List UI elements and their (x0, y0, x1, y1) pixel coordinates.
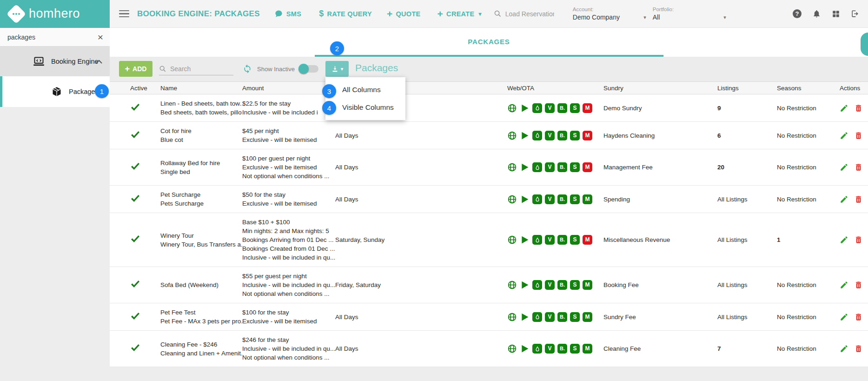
menu-hamburger-icon[interactable] (119, 8, 129, 20)
add-button[interactable]: + ADD (119, 61, 152, 77)
edit-pencil-icon[interactable] (840, 344, 848, 353)
sidebar-search-input[interactable] (7, 33, 98, 41)
nav-create[interactable]: + CREATE ▾ (437, 9, 482, 19)
edit-pencil-icon[interactable] (840, 281, 848, 289)
play-icon (520, 235, 530, 245)
nav-quote[interactable]: + QUOTE (387, 9, 421, 19)
play-icon (520, 280, 530, 290)
amount-line: Exclusive - will be itemised (242, 199, 335, 208)
web-ota-cell: VB.SM (507, 312, 603, 322)
play-icon (520, 103, 530, 113)
portfolio-select[interactable]: Portfolio: All▾ (653, 7, 726, 21)
packages-heading: Packages (355, 62, 398, 74)
amount-line: Inclusive - will be included i (242, 108, 335, 117)
logo-text: homhero (29, 7, 80, 21)
show-inactive-toggle[interactable] (300, 65, 318, 73)
web-ota-cell: VB.SM (507, 344, 603, 354)
amount-line: Not optional when conditions ... (242, 353, 335, 362)
edit-pencil-icon[interactable] (840, 131, 848, 140)
play-icon (520, 131, 530, 140)
amount-line: $100 per guest per night (242, 154, 335, 163)
nav-rate-query-label: RATE QUERY (327, 10, 371, 18)
apps-grid-icon[interactable] (832, 10, 840, 18)
table-search[interactable] (159, 63, 233, 75)
chevron-down-icon: ▾ (723, 14, 726, 20)
seasons-cell: No Restriction (777, 313, 840, 321)
amount-line: Base $10 + $100 (242, 218, 335, 227)
booking-com-icon: B. (557, 194, 567, 204)
actions-cell (840, 195, 868, 204)
ota-m-icon: M (583, 194, 592, 204)
load-reservation-search[interactable] (494, 10, 554, 18)
amount-line: $246 for the stay (242, 335, 335, 344)
listings-cell: 6 (717, 131, 777, 140)
tab-packages[interactable]: PACKAGES (315, 28, 663, 57)
seasons-cell: No Restriction (777, 281, 840, 289)
clear-search-icon[interactable]: × (98, 32, 103, 42)
package-cube-icon (51, 86, 62, 97)
callout-badge-1: 1 (95, 84, 109, 98)
load-reservation-input[interactable] (505, 10, 554, 18)
edge-scroll-handle[interactable] (861, 33, 868, 56)
sundry-cell: Management Fee (603, 163, 717, 172)
days-cell: All Days (335, 344, 507, 353)
days-cell: Friday, Saturday (335, 281, 507, 289)
edit-pencil-icon[interactable] (840, 235, 848, 244)
delete-trash-icon[interactable] (854, 163, 863, 172)
amount-line: Bookings Created from 01 Dec ... (242, 244, 335, 253)
nav-quote-label: QUOTE (396, 10, 420, 18)
booking-com-icon: B. (557, 235, 567, 245)
sidebar-search[interactable]: × (0, 28, 110, 47)
delete-trash-icon[interactable] (854, 104, 863, 113)
sundry-cell: Sundry Fee (603, 313, 717, 321)
account-select[interactable]: Account: Demo Company▾ (573, 7, 646, 21)
edit-pencil-icon[interactable] (840, 104, 848, 113)
amount-cell: Base $10 + $100Min nights: 2 and Max nig… (242, 218, 335, 262)
stayz-icon: S (570, 235, 580, 245)
active-cell (119, 279, 160, 291)
sidebar-group-label: Booking Engine (51, 58, 99, 65)
vrbo-icon: V (545, 235, 555, 245)
active-cell (119, 102, 160, 114)
table-search-input[interactable] (170, 65, 226, 73)
menu-item-all-columns[interactable]: All Columns (325, 81, 405, 99)
nav-rate-query[interactable]: $ RATE QUERY (319, 9, 372, 19)
airbnb-icon (532, 131, 542, 140)
delete-trash-icon[interactable] (854, 313, 863, 321)
chevron-down-icon: ▾ (341, 66, 344, 72)
web-globe-icon (507, 344, 517, 354)
stayz-icon: S (570, 162, 580, 172)
delete-trash-icon[interactable] (854, 195, 863, 204)
nav-sms[interactable]: SMS (274, 9, 301, 18)
chevron-down-icon: ▾ (478, 11, 481, 17)
table-row: Winery TourWinery Tour, Bus Transfers a.… (110, 213, 868, 267)
delete-trash-icon[interactable] (854, 281, 863, 289)
sidebar-item-packages[interactable]: Packages (0, 76, 110, 107)
delete-trash-icon[interactable] (854, 131, 863, 140)
delete-trash-icon[interactable] (854, 235, 863, 244)
amount-cell: $22.5 for the stayInclusive - will be in… (242, 99, 335, 117)
edit-pencil-icon[interactable] (840, 163, 848, 172)
menu-item-visible-columns[interactable]: Visible Columns (325, 99, 405, 116)
header-name: Name (160, 85, 242, 92)
homhero-logo[interactable]: homhero (0, 0, 110, 28)
portfolio-value: All (653, 13, 660, 21)
sidebar-item-booking-engine[interactable]: Booking Engine (0, 47, 110, 76)
delete-trash-icon[interactable] (854, 344, 863, 353)
export-download-button[interactable]: ▾ (325, 61, 349, 77)
package-name-line: Cleaning Fee - $246 (160, 340, 242, 349)
sign-out-icon[interactable] (851, 9, 860, 18)
package-name-line: Linen - Bed sheets, bath tow... (160, 99, 242, 108)
notifications-bell-icon[interactable] (812, 9, 821, 18)
edit-pencil-icon[interactable] (840, 195, 848, 204)
actions-cell (840, 104, 868, 113)
refresh-icon[interactable] (243, 64, 252, 74)
toggle-knob (298, 64, 309, 74)
airbnb-icon (532, 103, 542, 113)
amount-line: $100 for the stay (242, 308, 335, 317)
sidebar-background (0, 107, 110, 381)
ota-m-icon: M (583, 280, 592, 290)
edit-pencil-icon[interactable] (840, 313, 848, 321)
help-icon[interactable]: ? (793, 9, 802, 18)
sidebar-item-label: Packages (69, 88, 99, 95)
